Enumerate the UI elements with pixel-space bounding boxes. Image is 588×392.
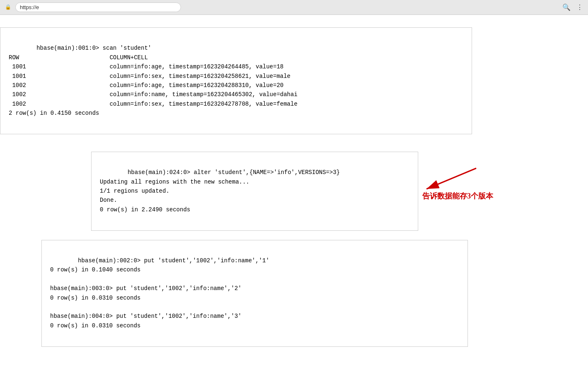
scan-line-1: hbase(main):001:0> scan 'student' bbox=[36, 45, 151, 51]
scan-line-6: 1002 column=info:name, timestamp=1623204… bbox=[9, 91, 297, 98]
alter-annotation-text: 告诉数据能存3个版本 bbox=[422, 191, 493, 201]
scan-block-row: hbase(main):001:0> scan 'student' ROW CO… bbox=[0, 27, 588, 134]
put-line-7: hbase(main):004:0> put 'student','1002',… bbox=[50, 313, 241, 319]
alter-code-block: hbase(main):024:0> alter 'student',{NAME… bbox=[91, 152, 418, 231]
put-line-8: 0 row(s) in 0.0310 seconds bbox=[50, 322, 140, 329]
scan-line-5: 1002 column=info:age, timestamp=16232042… bbox=[9, 82, 284, 89]
svg-line-1 bbox=[427, 168, 476, 189]
content-wrapper: hbase(main):001:0> scan 'student' ROW CO… bbox=[0, 23, 588, 392]
alter-line-3: 1/1 regions updated. bbox=[100, 188, 169, 194]
alter-line-4: Done. bbox=[100, 197, 117, 203]
put-block-row: hbase(main):002:0> put 'student','1002',… bbox=[0, 240, 588, 347]
alter-line-5: 0 row(s) in 2.2490 seconds bbox=[100, 206, 190, 213]
scan-line-4: 1001 column=info:sex, timestamp=16232042… bbox=[9, 73, 291, 80]
put-line-4: hbase(main):003:0> put 'student','1002',… bbox=[50, 285, 241, 292]
scan-line-2: ROW COLUMN+CELL bbox=[9, 54, 148, 61]
alter-line-2: Updating all regions with the new schema… bbox=[100, 179, 249, 185]
search-icon[interactable]: 🔍 bbox=[562, 3, 571, 12]
main-content: hbase(main):001:0> scan 'student' ROW CO… bbox=[0, 15, 588, 392]
alter-line-1: hbase(main):024:0> alter 'student',{NAME… bbox=[128, 169, 340, 176]
scan-code-block: hbase(main):001:0> scan 'student' ROW CO… bbox=[0, 27, 472, 134]
put-line-2: 0 row(s) in 0.1040 seconds bbox=[50, 266, 140, 273]
alter-block-row: hbase(main):024:0> alter 'student',{NAME… bbox=[0, 143, 588, 231]
scan-line-7: 1002 column=info:sex, timestamp=16232042… bbox=[9, 101, 297, 107]
put-line-5: 0 row(s) in 0.0310 seconds bbox=[50, 295, 140, 301]
get-block-row: hbase(main):006:0> get 'student','1002',… bbox=[0, 368, 588, 392]
address-bar[interactable]: https://e bbox=[15, 2, 181, 12]
scan-line-8: 2 row(s) in 0.4150 seconds bbox=[9, 110, 99, 116]
browser-chrome: 🔒 https://e 🔍 ⋮ bbox=[0, 0, 588, 15]
alter-annotation-area: 告诉数据能存3个版本 bbox=[422, 164, 493, 201]
lock-icon: 🔒 bbox=[5, 4, 11, 10]
scan-line-3: 1001 column=info:age, timestamp=16232042… bbox=[9, 63, 284, 70]
menu-icon[interactable]: ⋮ bbox=[576, 3, 583, 12]
put-code-block: hbase(main):002:0> put 'student','1002',… bbox=[41, 240, 468, 347]
put-line-1: hbase(main):002:0> put 'student','1002',… bbox=[78, 257, 269, 264]
browser-icons: 🔍 ⋮ bbox=[562, 3, 583, 12]
